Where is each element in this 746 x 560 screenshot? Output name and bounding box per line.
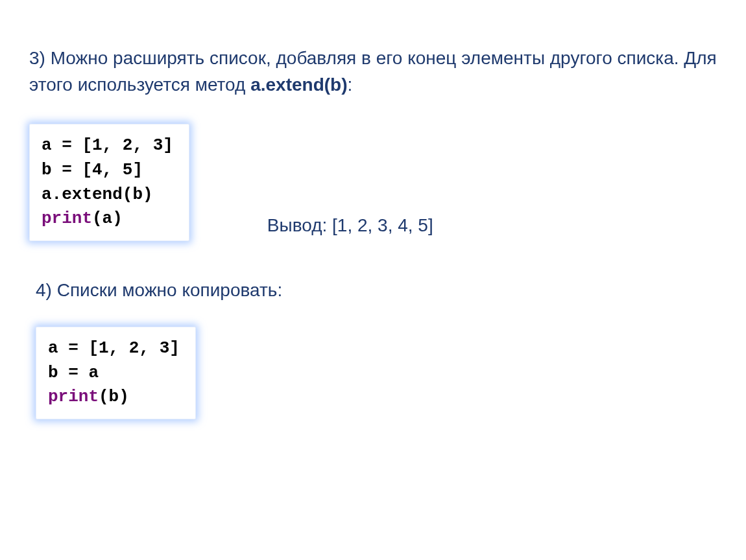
code-block-extend: a = [1, 2, 3] b = [4, 5] a.extend(b) pri… xyxy=(29,124,189,241)
output-label: Вывод: xyxy=(267,215,332,235)
section-3-colon: : xyxy=(348,75,353,95)
print-keyword: print xyxy=(42,209,92,228)
print-keyword-2: print xyxy=(48,387,99,406)
section-4-code-wrap: a = [1, 2, 3] b = a print(b) xyxy=(36,327,717,419)
section-4-heading: 4) Списки можно копировать: xyxy=(36,280,717,301)
code-block-copy: a = [1, 2, 3] b = a print(b) xyxy=(36,327,196,419)
output-line: Вывод: [1, 2, 3, 4, 5] xyxy=(267,215,433,241)
code-line-2: b = [4, 5] xyxy=(42,160,143,180)
code-line-1: a = [1, 2, 3] xyxy=(42,135,173,155)
section-3-text: 3) Можно расширять список, добавляя в ег… xyxy=(29,48,717,95)
code2-line-3-rest: (b) xyxy=(99,387,129,406)
section-3-method: a.extend(b) xyxy=(250,75,347,95)
code2-line-1: a = [1, 2, 3] xyxy=(48,338,180,358)
code-line-3: a.extend(b) xyxy=(42,185,153,204)
section-3-paragraph: 3) Можно расширять список, добавляя в ег… xyxy=(29,45,717,98)
code-line-4-rest: (a) xyxy=(92,209,123,228)
output-value: [1, 2, 3, 4, 5] xyxy=(332,215,433,235)
section-3-row: a = [1, 2, 3] b = [4, 5] a.extend(b) pri… xyxy=(29,124,717,241)
code2-line-2: b = a xyxy=(48,363,99,382)
